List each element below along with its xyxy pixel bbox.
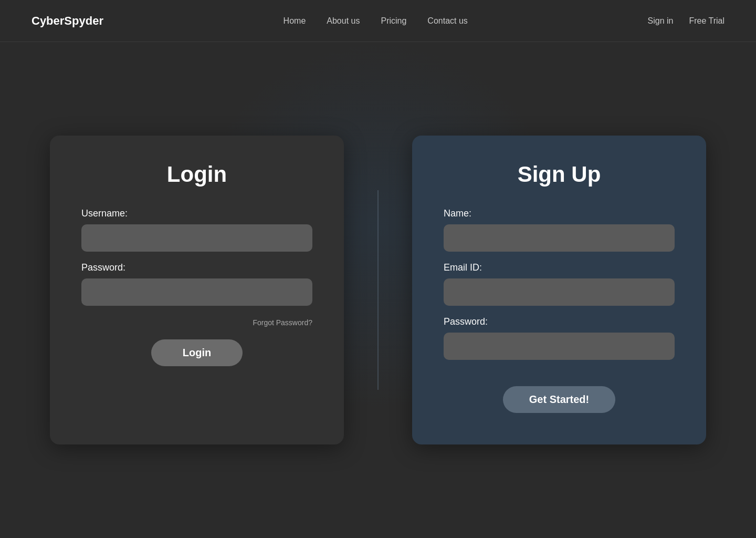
freetrial-button[interactable]: Free Trial	[689, 16, 724, 26]
nav-actions: Sign in Free Trial	[648, 16, 725, 26]
login-password-label: Password:	[81, 262, 312, 273]
signup-password-input[interactable]	[444, 333, 675, 360]
brand-logo: CyberSpyder	[32, 14, 103, 28]
email-input[interactable]	[444, 278, 675, 306]
nav-links: Home About us Pricing Contact us	[284, 16, 468, 26]
forgot-password-button[interactable]: Forgot Password?	[253, 318, 312, 327]
login-button[interactable]: Login	[151, 339, 243, 366]
signup-password-label: Password:	[444, 316, 675, 327]
nav-about[interactable]: About us	[327, 16, 360, 25]
divider	[344, 136, 412, 444]
username-label: Username:	[81, 208, 312, 219]
divider-line	[378, 190, 379, 390]
login-card: Login Username: Password: Forgot Passwor…	[50, 136, 344, 444]
login-password-group: Password:	[81, 262, 312, 306]
username-group: Username:	[81, 208, 312, 252]
signup-password-group: Password:	[444, 316, 675, 360]
page-body: Login Username: Password: Forgot Passwor…	[0, 42, 756, 538]
nav-home[interactable]: Home	[284, 16, 306, 25]
get-started-button[interactable]: Get Started!	[503, 386, 615, 413]
signin-button[interactable]: Sign in	[648, 16, 674, 26]
signup-card: Sign Up Name: Email ID: Password: Get St…	[412, 136, 706, 444]
name-group: Name:	[444, 208, 675, 252]
name-label: Name:	[444, 208, 675, 219]
username-input[interactable]	[81, 224, 312, 252]
signup-title: Sign Up	[518, 162, 601, 187]
navbar: CyberSpyder Home About us Pricing Contac…	[0, 0, 756, 42]
name-input[interactable]	[444, 224, 675, 252]
login-password-input[interactable]	[81, 278, 312, 306]
email-label: Email ID:	[444, 262, 675, 273]
nav-pricing[interactable]: Pricing	[381, 16, 406, 25]
login-title: Login	[167, 162, 227, 187]
nav-contact[interactable]: Contact us	[427, 16, 467, 25]
email-group: Email ID:	[444, 262, 675, 306]
forms-container: Login Username: Password: Forgot Passwor…	[50, 136, 706, 444]
